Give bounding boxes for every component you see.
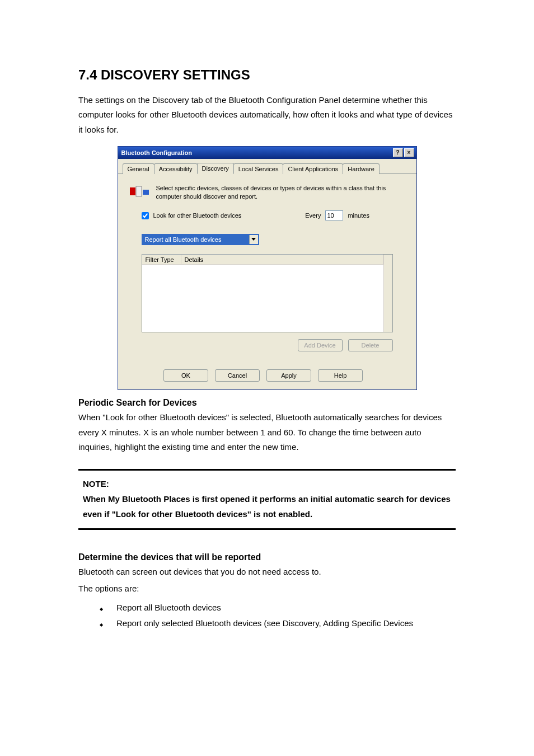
determine-p2: The options are: [78, 581, 456, 596]
apply-button[interactable]: Apply [266, 369, 311, 382]
window-titlebar: Bluetooth Configuration ? × [118, 147, 416, 159]
svg-rect-2 [143, 190, 149, 195]
periodic-heading: Periodic Search for Devices [78, 398, 456, 408]
ok-button[interactable]: OK [163, 369, 208, 382]
close-titlebar-button[interactable]: × [404, 148, 414, 157]
determine-heading: Determine the devices that will be repor… [78, 552, 456, 562]
help-titlebar-button[interactable]: ? [393, 148, 403, 157]
look-for-devices-row: Look for other Bluetooth devices Every m… [142, 210, 405, 220]
description-row: Select specific devices, classes of devi… [129, 184, 405, 201]
note-box: NOTE: When My Bluetooth Places is first … [78, 469, 456, 530]
section-heading: 7.4 DISCOVERY SETTINGS [78, 67, 456, 83]
list-item: Report only selected Bluetooth devices (… [100, 616, 456, 632]
determine-list: Report all Bluetooth devices Report only… [100, 600, 456, 632]
filter-scrollbar[interactable] [383, 255, 392, 332]
help-button[interactable]: Help [318, 369, 363, 382]
note-label: NOTE: [83, 476, 451, 491]
interval-input[interactable] [325, 210, 343, 220]
filter-list: Filter Type Details [142, 254, 393, 332]
determine-p1: Bluetooth can screen out devices that yo… [78, 565, 456, 579]
report-dropdown-value: Report all Bluetooth devices [143, 235, 249, 244]
list-item: Report all Bluetooth devices [100, 600, 456, 616]
filter-header: Filter Type Details [142, 255, 383, 265]
report-combo: Report all Bluetooth devices [142, 234, 405, 245]
tab-hardware[interactable]: Hardware [343, 163, 380, 174]
dialog-container: Bluetooth Configuration ? × General Acce… [78, 146, 456, 391]
dialog-buttons: OK Cancel Apply Help [118, 363, 416, 389]
bluetooth-config-dialog: Bluetooth Configuration ? × General Acce… [118, 146, 417, 391]
tab-local-services[interactable]: Local Services [233, 163, 284, 174]
add-device-button: Add Device [298, 339, 343, 351]
description-text: Select specific devices, classes of devi… [156, 184, 405, 201]
window-title: Bluetooth Configuration [121, 149, 392, 156]
tab-general[interactable]: General [123, 163, 154, 174]
tab-panel-discovery: Select specific devices, classes of devi… [118, 174, 416, 363]
tab-client-applications[interactable]: Client Applications [283, 163, 343, 174]
delete-button: Delete [348, 339, 393, 351]
look-for-devices-label: Look for other Bluetooth devices [153, 212, 242, 219]
minutes-label: minutes [348, 212, 369, 219]
look-for-devices-checkbox[interactable] [142, 212, 149, 219]
col-details[interactable]: Details [181, 255, 383, 265]
tab-strip: General Accessibility Discovery Local Se… [118, 159, 416, 174]
chevron-down-icon[interactable] [249, 235, 258, 244]
svg-rect-1 [136, 186, 142, 196]
tab-accessibility[interactable]: Accessibility [154, 163, 198, 174]
intro-paragraph: The settings on the Discovery tab of the… [78, 93, 456, 137]
svg-rect-0 [130, 187, 135, 195]
tab-discovery[interactable]: Discovery [197, 163, 234, 174]
note-text: When My Bluetooth Places is first opened… [83, 491, 451, 522]
devices-icon [129, 184, 149, 200]
report-dropdown[interactable]: Report all Bluetooth devices [142, 234, 259, 245]
every-label: Every [305, 212, 321, 219]
cancel-button[interactable]: Cancel [215, 369, 260, 382]
periodic-body: When "Look for other Bluetooth devices" … [78, 410, 456, 454]
filter-body[interactable] [142, 265, 383, 332]
filter-actions: Add Device Delete [129, 339, 405, 355]
col-filter-type[interactable]: Filter Type [142, 255, 181, 265]
